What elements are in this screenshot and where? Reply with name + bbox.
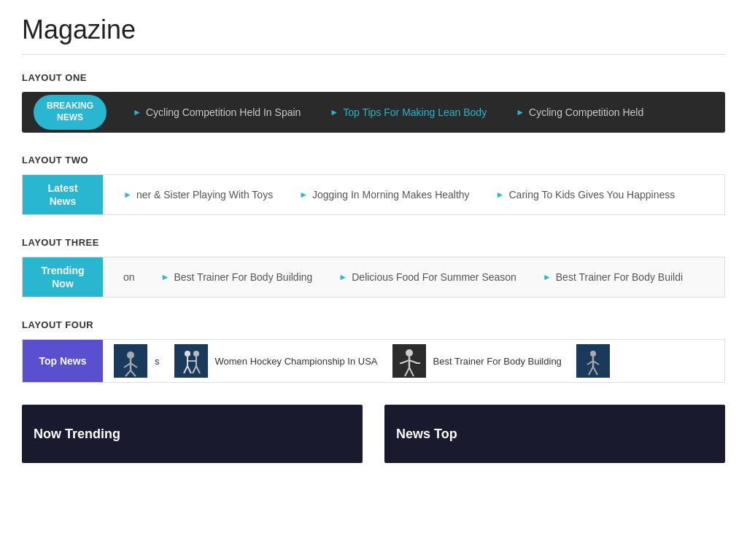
- ticker-dark-item-2[interactable]: ► Top Tips For Making Lean Body: [315, 106, 501, 118]
- ticker-dark: BREAKINGNEWS ► Cycling Competition Held …: [22, 92, 725, 133]
- arrow-icon-t2: ►: [161, 272, 170, 282]
- ticker-light-items: ► ner & Sister Playing With Toys ► Joggi…: [103, 189, 724, 201]
- layout-four-block: LAYOUT FOUR Top News s: [22, 319, 725, 383]
- news-top-box: News Top: [384, 405, 725, 463]
- ticker-four-item-small[interactable]: [569, 344, 617, 378]
- top-news-badge: Top News: [23, 340, 103, 382]
- arrow-icon-t4: ►: [543, 272, 551, 282]
- arrow-icon-1: ►: [133, 107, 142, 117]
- arrow-icon-3: ►: [516, 107, 525, 117]
- layout-two-block: LAYOUT TWO LatestNews ► ner & Sister Pla…: [22, 155, 725, 215]
- arrow-icon-l1: ►: [123, 190, 132, 200]
- trending-now-badge: TrendingNow: [23, 257, 103, 297]
- ticker-four-text-partial: s: [155, 356, 160, 367]
- layout-one-block: LAYOUT ONE BREAKINGNEWS ► Cycling Compet…: [22, 72, 725, 133]
- layout-one-label: LAYOUT ONE: [22, 72, 725, 83]
- ticker-four-text-hockey: Women Hockey Championship In USA: [215, 356, 378, 367]
- layout-three-block: LAYOUT THREE TrendingNow on ► Best Train…: [22, 237, 725, 298]
- ticker-trending: TrendingNow on ► Best Trainer For Body B…: [22, 257, 725, 298]
- ticker-trending-item-4[interactable]: ► Best Trainer For Body Buildi: [530, 271, 696, 283]
- ticker-four-item-hockey[interactable]: Women Hockey Championship In USA: [167, 344, 385, 378]
- now-trending-label: Now Trending: [34, 427, 120, 442]
- ticker-light-item-1[interactable]: ► ner & Sister Playing With Toys: [110, 189, 286, 201]
- news-top-section: News Top: [384, 405, 725, 463]
- ticker-trending-item-3[interactable]: ► Delicious Food For Summer Season: [325, 271, 530, 283]
- ticker-dark-item-3[interactable]: ► Cycling Competition Held: [501, 106, 658, 118]
- thumb-trainer: [392, 344, 426, 378]
- latest-news-badge: LatestNews: [23, 175, 103, 214]
- svg-point-1: [127, 351, 134, 359]
- thumb-small: [576, 344, 610, 378]
- ticker-four-items: s: [103, 344, 724, 378]
- page-title: Magazine: [22, 15, 725, 45]
- ticker-four-item-partial[interactable]: s: [107, 344, 167, 378]
- thumb-partial: [114, 344, 147, 378]
- ticker-four: Top News s: [22, 339, 725, 383]
- layout-two-label: LAYOUT TWO: [22, 155, 725, 166]
- title-divider: [22, 54, 725, 55]
- ticker-trending-item-2[interactable]: ► Best Trainer For Body Building: [148, 271, 326, 283]
- ticker-dark-item-1[interactable]: ► Cycling Competition Held In Spain: [118, 106, 315, 118]
- ticker-light-item-3[interactable]: ► Caring To Kids Gives You Happiness: [483, 189, 689, 201]
- svg-point-8: [185, 351, 190, 357]
- thumb-hockey: [174, 344, 208, 378]
- arrow-icon-l2: ►: [299, 190, 308, 200]
- svg-point-27: [590, 351, 596, 357]
- layout-four-label: LAYOUT FOUR: [22, 319, 725, 330]
- ticker-light: LatestNews ► ner & Sister Playing With T…: [22, 174, 725, 215]
- arrow-icon-l3: ►: [496, 190, 505, 200]
- bottom-sections: Now Trending News Top: [22, 405, 725, 463]
- svg-point-18: [406, 349, 413, 357]
- news-top-label: News Top: [396, 427, 457, 442]
- arrow-icon-t3: ►: [338, 272, 347, 282]
- ticker-four-text-trainer: Best Trainer For Body Building: [433, 356, 562, 367]
- svg-point-9: [193, 351, 199, 357]
- now-trending-box: Now Trending: [22, 405, 363, 463]
- layout-three-label: LAYOUT THREE: [22, 237, 725, 248]
- ticker-dark-items: ► Cycling Competition Held In Spain ► To…: [118, 106, 725, 118]
- ticker-four-item-trainer[interactable]: Best Trainer For Body Building: [385, 344, 569, 378]
- breaking-news-badge: BREAKINGNEWS: [34, 95, 107, 129]
- arrow-icon-2: ►: [330, 107, 338, 117]
- now-trending-section: Now Trending: [22, 405, 363, 463]
- ticker-trending-items: on ► Best Trainer For Body Building ► De…: [103, 271, 724, 283]
- ticker-light-item-2[interactable]: ► Jogging In Morning Makes Healthy: [286, 189, 482, 201]
- ticker-trending-item-1[interactable]: on: [110, 271, 148, 283]
